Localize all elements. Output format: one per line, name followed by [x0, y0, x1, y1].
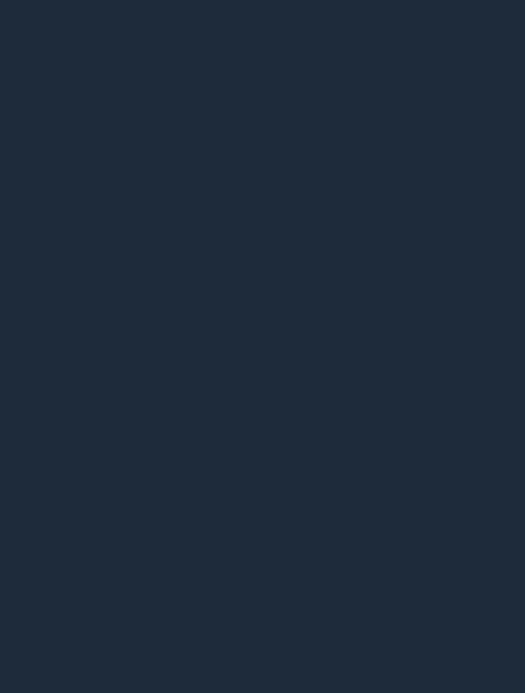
code-editor	[0, 0, 525, 693]
